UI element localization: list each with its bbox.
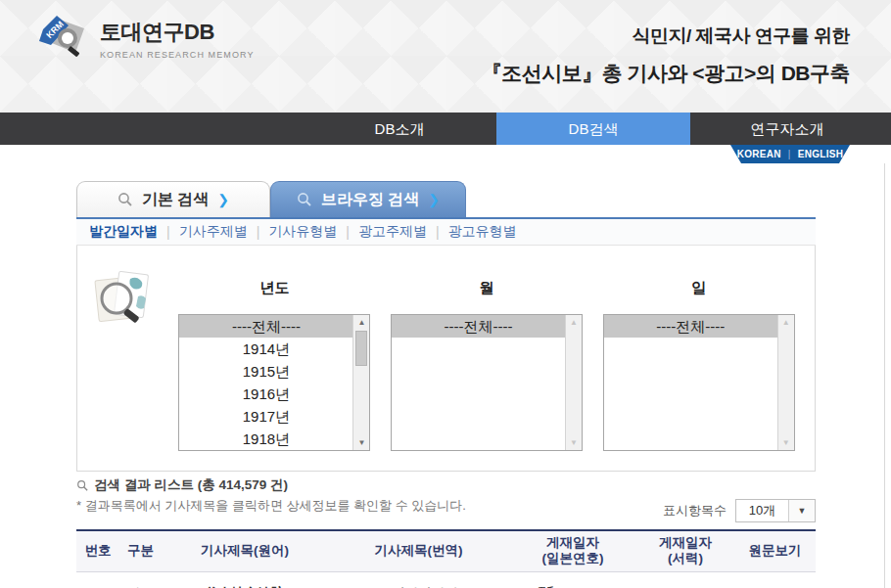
- lang-divider: |: [788, 149, 791, 159]
- table-header-row: 번호 구분 기사제목(원어) 기사제목(번역) 게재일자(일본연호) 게재일자(…: [76, 530, 816, 571]
- tagline-line2: 『조선시보』총 기사와 <광고>의 DB구축: [482, 60, 850, 87]
- month-scrollbar[interactable]: ▲ ▼: [565, 315, 582, 450]
- scroll-up-icon: ▲: [778, 315, 794, 330]
- year-option[interactable]: ----전체----: [179, 315, 352, 338]
- brand-title: 토대연구DB: [100, 18, 255, 47]
- subnav-item-ad-subject[interactable]: 광고주제별: [350, 223, 436, 241]
- browse-filter-panel: 년도 ----전체---- 1914년 1915년 1916년 1917년 19…: [76, 246, 816, 472]
- month-option[interactable]: ----전체----: [392, 315, 565, 338]
- subnav-item-ad-type[interactable]: 광고유형별: [440, 223, 526, 241]
- chevron-right-icon: ❯: [217, 192, 229, 207]
- page: KRM 토대연구DB KOREAN RESEARCH MEMORY 식민지/ 제…: [0, 0, 891, 588]
- tab-basic-search[interactable]: 기본 검색 ❯: [76, 181, 270, 217]
- scroll-down-icon[interactable]: ▼: [353, 435, 369, 450]
- results-note: * 결과목록에서 기사제목을 클릭하면 상세정보를 확인할 수 있습니다.: [76, 497, 466, 515]
- col-category: 구분: [119, 530, 162, 571]
- subnav-item-by-date[interactable]: 발간일자별: [89, 223, 166, 241]
- col-number: 번호: [76, 530, 119, 571]
- results-title: 검색 결과 리스트 (총 414,579 건): [94, 476, 288, 494]
- scroll-down-icon: ▼: [566, 435, 582, 450]
- year-option[interactable]: 1916년: [179, 383, 352, 405]
- col-date-japanese: 게재일자(일본연호): [509, 530, 636, 571]
- tab-browsing-label: 브라우징 검색: [321, 190, 419, 210]
- main-navbar: DB소개 DB검색 연구자소개: [0, 113, 891, 145]
- day-label: 일: [691, 279, 706, 297]
- site-tagline: 식민지/ 제국사 연구를 위한 『조선시보』총 기사와 <광고>의 DB구축: [482, 23, 850, 87]
- day-option[interactable]: ----전체----: [604, 315, 777, 338]
- nav-item-db-search[interactable]: DB검색: [496, 113, 690, 145]
- year-option[interactable]: 1917년: [179, 405, 352, 428]
- view-original-link[interactable]: 원문: [734, 571, 816, 588]
- tab-browsing-search[interactable]: 브라우징 검색 ❯: [270, 181, 466, 217]
- scrollbar-thumb[interactable]: [355, 331, 367, 366]
- cell-date-western: 1940-08-31: [636, 571, 734, 588]
- col-title-translated: 기사제목(번역): [328, 530, 509, 571]
- scroll-up-icon: ▲: [566, 315, 582, 330]
- year-option[interactable]: 1914년: [179, 338, 352, 360]
- cell-category: 광고: [119, 571, 162, 588]
- page-scrollbar-line: [884, 163, 885, 588]
- search-icon: [297, 192, 312, 207]
- article-title-original-link[interactable]: 釜山地方法院: [162, 571, 328, 588]
- filter-column-year: 년도 ----전체---- 1914년 1915년 1916년 1917년 19…: [168, 257, 381, 451]
- site-header: KRM 토대연구DB KOREAN RESEARCH MEMORY 식민지/ 제…: [0, 0, 891, 113]
- subnav-item-article-subject[interactable]: 기사주제별: [170, 223, 257, 241]
- year-option[interactable]: 1915년: [179, 360, 352, 383]
- results-header: 검색 결과 리스트 (총 414,579 건): [76, 476, 288, 494]
- page-size-dropdown[interactable]: 10개 ▼: [735, 499, 816, 522]
- search-content: 기본 검색 ❯ 브라우징 검색 ❯ 발간일자별 | 기사주제별 | 기사유형별 …: [76, 181, 816, 472]
- chevron-right-icon: ❯: [428, 192, 440, 207]
- table-row: 1 광고 釜山地方法院 부산지방법원 昭和15-08-31 1940-08-31…: [76, 571, 816, 588]
- year-option[interactable]: 1918년: [179, 428, 352, 450]
- site-logo[interactable]: KRM 토대연구DB KOREAN RESEARCH MEMORY: [33, 14, 255, 63]
- page-size-control: 표시항목수 10개 ▼: [663, 499, 816, 522]
- search-icon: [76, 479, 88, 491]
- col-title-original: 기사제목(원어): [162, 530, 328, 571]
- nav-item-researchers[interactable]: 연구자소개: [690, 113, 884, 145]
- page-size-label: 표시항목수: [663, 502, 727, 520]
- brand-subtitle: KOREAN RESEARCH MEMORY: [100, 50, 255, 60]
- scroll-down-icon: ▼: [778, 435, 794, 450]
- language-switcher: KOREAN | ENGLISH: [730, 145, 850, 163]
- filter-column-day: 일 ----전체---- ▲ ▼: [592, 257, 805, 451]
- search-tabs: 기본 검색 ❯ 브라우징 검색 ❯: [76, 181, 816, 217]
- tab-basic-label: 기본 검색: [142, 190, 209, 210]
- year-label: 년도: [259, 279, 289, 297]
- chevron-down-icon[interactable]: ▼: [788, 500, 815, 521]
- subnav-item-article-type[interactable]: 기사유형별: [259, 223, 346, 241]
- lang-korean-link[interactable]: KOREAN: [737, 149, 781, 159]
- article-title-translated-link[interactable]: 부산지방법원: [328, 571, 509, 588]
- year-scrollbar[interactable]: ▲ ▼: [352, 315, 369, 450]
- col-view-original: 원문보기: [734, 530, 816, 571]
- cell-date-japanese: 昭和15-08-31: [509, 571, 636, 588]
- results-table: 번호 구분 기사제목(원어) 기사제목(번역) 게재일자(일본연호) 게재일자(…: [76, 529, 816, 588]
- day-listbox[interactable]: ----전체---- ▲ ▼: [603, 314, 795, 451]
- lang-english-link[interactable]: ENGLISH: [798, 149, 844, 159]
- krm-logo-icon: KRM: [33, 14, 90, 63]
- browse-subnav: 발간일자별 | 기사주제별 | 기사유형별 | 광고주제별 | 광고유형별: [76, 219, 816, 246]
- brand-text: 토대연구DB KOREAN RESEARCH MEMORY: [100, 18, 255, 60]
- document-search-icon: [91, 267, 156, 328]
- tagline-line1: 식민지/ 제국사 연구를 위한: [482, 23, 850, 49]
- col-date-western: 게재일자(서력): [636, 530, 734, 571]
- cell-number: 1: [76, 571, 119, 588]
- month-listbox[interactable]: ----전체---- ▲ ▼: [391, 314, 583, 451]
- search-icon: [117, 192, 133, 207]
- month-label: 월: [480, 279, 494, 297]
- filter-column-month: 월 ----전체---- ▲ ▼: [381, 257, 593, 451]
- nav-items: DB소개 DB검색 연구자소개: [0, 113, 891, 145]
- year-listbox[interactable]: ----전체---- 1914년 1915년 1916년 1917년 1918년…: [178, 314, 370, 451]
- scroll-up-icon[interactable]: ▲: [353, 315, 369, 330]
- nav-item-db-intro[interactable]: DB소개: [303, 113, 496, 145]
- page-size-value: 10개: [736, 500, 788, 521]
- day-scrollbar[interactable]: ▲ ▼: [777, 315, 794, 450]
